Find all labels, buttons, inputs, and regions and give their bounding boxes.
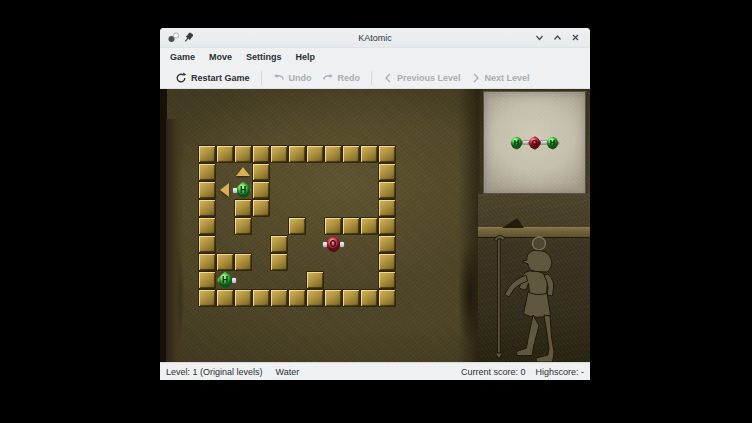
atom-gem: O	[327, 237, 340, 252]
wall-tile	[252, 289, 270, 307]
wall-tile	[288, 289, 306, 307]
atom-hydrogen[interactable]: H	[234, 181, 252, 199]
wall-tile	[324, 217, 342, 235]
statusbar: Level: 1 (Original levels) Water Current…	[160, 362, 590, 380]
atom-gem: H	[547, 137, 558, 149]
wall-tile	[252, 181, 270, 199]
wall-tile	[270, 289, 288, 307]
statue-silhouette-left	[166, 119, 184, 362]
wall-tile	[198, 199, 216, 217]
redo-icon	[322, 72, 334, 84]
restart-icon	[175, 72, 187, 84]
wall-tile	[342, 217, 360, 235]
atom-gem: H	[511, 137, 522, 149]
wall-tile	[216, 253, 234, 271]
restart-game-button[interactable]: Restart Game	[170, 70, 255, 86]
status-molecule-name: Water	[276, 367, 300, 377]
atom-gem: H	[237, 183, 250, 198]
statue-silhouette-right	[458, 89, 478, 362]
wall-tile	[378, 253, 396, 271]
menu-move[interactable]: Move	[202, 48, 239, 67]
atom-oxygen[interactable]: O	[324, 235, 342, 253]
wall-tile	[198, 235, 216, 253]
wall-tile	[270, 253, 288, 271]
wall-tile	[306, 271, 324, 289]
undo-button[interactable]: Undo	[268, 70, 317, 86]
wall-tile	[378, 163, 396, 181]
previous-level-button[interactable]: Previous Level	[378, 70, 466, 86]
wall-tile	[378, 235, 396, 253]
wall-tile	[288, 145, 306, 163]
atom-hydrogen[interactable]: H	[216, 271, 234, 289]
wall-tile	[234, 199, 252, 217]
wall-tile	[378, 181, 396, 199]
desktop: KAtomic Game Move Settings Help	[0, 0, 752, 423]
wall-tile	[270, 235, 288, 253]
wall-tile	[324, 145, 342, 163]
bond-stub	[323, 242, 327, 247]
atom-gem: O	[529, 137, 540, 149]
game-board: HOH	[198, 145, 396, 307]
wall-tile	[198, 271, 216, 289]
wall-tile	[198, 163, 216, 181]
wall-tile	[378, 199, 396, 217]
move-up-arrow[interactable]	[236, 167, 250, 176]
menu-game[interactable]: Game	[163, 48, 202, 67]
chevron-left-icon	[383, 72, 393, 84]
wall-tile	[378, 289, 396, 307]
toolbar-separator	[371, 71, 372, 85]
wall-tile	[378, 217, 396, 235]
wall-tile	[306, 289, 324, 307]
katomic-window: KAtomic Game Move Settings Help	[160, 28, 590, 380]
wall-tile	[378, 145, 396, 163]
wall-tile	[198, 145, 216, 163]
wall-tile	[252, 199, 270, 217]
wall-tile	[324, 289, 342, 307]
wall-tile	[270, 145, 288, 163]
bond-stub	[233, 188, 237, 193]
wall-tile	[234, 145, 252, 163]
wall-tile	[234, 289, 252, 307]
redo-button[interactable]: Redo	[317, 70, 366, 86]
wall-tile	[378, 271, 396, 289]
wall-tile	[252, 145, 270, 163]
pharaoh-figure	[478, 230, 590, 362]
status-highscore: Highscore: -	[535, 367, 584, 377]
titlebar[interactable]: KAtomic	[160, 28, 590, 48]
wall-tile	[198, 181, 216, 199]
molecule-preview: HOH	[483, 91, 586, 194]
preview-atom-h: H	[546, 136, 560, 150]
atom-gem: H	[219, 273, 232, 288]
egyptian-relief	[478, 194, 590, 362]
move-left-arrow[interactable]	[220, 183, 229, 197]
wall-tile	[288, 217, 306, 235]
bond-stub	[232, 278, 236, 283]
wall-tile	[216, 145, 234, 163]
window-title: KAtomic	[160, 33, 590, 43]
undo-icon	[273, 72, 285, 84]
next-level-button[interactable]: Next Level	[466, 70, 535, 86]
wall-tile	[360, 217, 378, 235]
status-current-score: Current score: 0	[461, 367, 526, 377]
toolbar-separator	[261, 71, 262, 85]
game-area: HOH HOH	[160, 88, 590, 362]
chevron-right-icon	[471, 72, 481, 84]
wall-tile	[198, 217, 216, 235]
right-panel: HOH	[478, 89, 590, 362]
wall-tile	[306, 145, 324, 163]
wall-tile	[234, 253, 252, 271]
menu-settings[interactable]: Settings	[239, 48, 289, 67]
wall-tile	[198, 289, 216, 307]
wall-tile	[216, 289, 234, 307]
preview-atom-o: O	[528, 136, 542, 150]
toolbar: Restart Game Undo Redo	[160, 67, 590, 88]
wall-tile	[360, 289, 378, 307]
wall-tile	[234, 217, 252, 235]
wall-tile	[342, 145, 360, 163]
wall-tile	[198, 253, 216, 271]
bond-stub	[340, 242, 344, 247]
menubar: Game Move Settings Help	[160, 48, 590, 67]
wall-tile	[360, 145, 378, 163]
menu-help[interactable]: Help	[289, 48, 323, 67]
preview-molecule: HOH	[510, 136, 560, 150]
